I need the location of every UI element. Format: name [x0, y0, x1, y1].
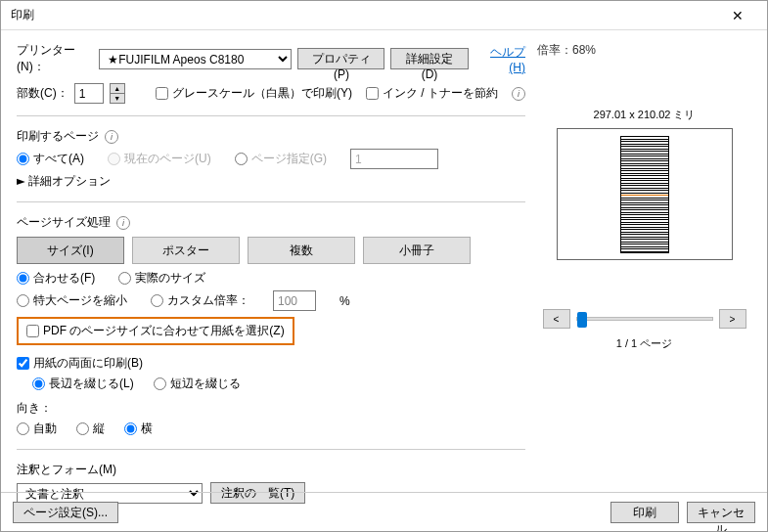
fit-radio[interactable]: 合わせる(F) — [17, 270, 95, 287]
info-icon[interactable]: i — [105, 130, 118, 144]
next-page-button[interactable]: > — [719, 309, 746, 329]
titlebar: 印刷 ✕ — [1, 1, 767, 30]
save-ink-checkbox[interactable]: インク / トナーを節約 — [366, 85, 498, 102]
cancel-button[interactable]: キャンセル — [687, 502, 755, 523]
pdf-paper-checkbox[interactable]: PDF のページサイズに合わせて用紙を選択(Z) — [26, 323, 285, 339]
tab-multi[interactable]: 複数 — [248, 237, 355, 264]
scale-label: 倍率：68% — [537, 42, 751, 59]
orient-auto-radio[interactable]: 自動 — [17, 421, 57, 437]
duplex-checkbox[interactable]: 用紙の両面に印刷(B) — [17, 355, 525, 372]
copies-input[interactable] — [74, 83, 104, 104]
printer-label: プリンター(N)： — [17, 42, 93, 75]
preview-dimensions: 297.01 x 210.02 ミリ — [537, 108, 751, 122]
copies-spinner[interactable]: ▲▼ — [110, 83, 125, 104]
tab-booklet[interactable]: 小冊子 — [363, 237, 471, 264]
sizing-fieldset: ページサイズ処理 i サイズ(I) ポスター 複数 小冊子 合わせる(F) 実際… — [17, 214, 525, 437]
printer-select[interactable]: ★FUJIFILM Apeos C8180 — [99, 49, 292, 69]
pages-range-radio[interactable]: ページ指定(G) — [235, 151, 327, 167]
preview-document — [620, 136, 669, 253]
page-indicator: 1 / 1 ページ — [537, 336, 751, 351]
orient-title: 向き： — [17, 401, 52, 415]
custom-radio[interactable]: カスタム倍率： — [151, 292, 249, 309]
copies-label: 部数(C)： — [17, 85, 68, 102]
pages-all-radio[interactable]: すべて(A) — [17, 151, 84, 167]
sizing-title: ページサイズ処理 — [17, 214, 111, 231]
pages-fieldset: 印刷するページ i すべて(A) 現在のページ(U) ページ指定(G) ▶ 詳細… — [17, 128, 525, 190]
short-edge-radio[interactable]: 短辺を綴じる — [154, 376, 241, 392]
info-icon[interactable]: i — [512, 87, 525, 101]
comments-title: 注釈とフォーム(M) — [17, 462, 525, 478]
pages-title: 印刷するページ — [17, 128, 99, 145]
more-options-toggle[interactable]: ▶ 詳細オプション — [17, 174, 111, 188]
page-slider[interactable] — [576, 317, 713, 321]
page-setup-button[interactable]: ページ設定(S)... — [13, 502, 118, 523]
shrink-radio[interactable]: 特大ページを縮小 — [17, 292, 127, 309]
orient-landscape-radio[interactable]: 横 — [124, 421, 153, 437]
tab-poster[interactable]: ポスター — [132, 237, 240, 264]
close-icon[interactable]: ✕ — [718, 8, 757, 23]
dialog-title: 印刷 — [11, 7, 718, 23]
grayscale-checkbox[interactable]: グレースケール（白黒）で印刷(Y) — [156, 85, 352, 102]
custom-scale-input — [273, 290, 316, 311]
preview-box — [557, 128, 733, 260]
orient-portrait-radio[interactable]: 縦 — [76, 421, 105, 437]
print-button[interactable]: 印刷 — [610, 502, 679, 523]
properties-button[interactable]: プロパティ(P) — [297, 48, 384, 69]
help-link[interactable]: ヘルプ(H) — [480, 44, 525, 74]
info-icon[interactable]: i — [116, 216, 130, 230]
long-edge-radio[interactable]: 長辺を綴じる(L) — [32, 376, 134, 392]
advanced-button[interactable]: 詳細設定(D) — [390, 48, 468, 69]
percent-label: % — [339, 294, 350, 308]
prev-page-button[interactable]: < — [543, 309, 570, 329]
actual-radio[interactable]: 実際のサイズ — [118, 270, 205, 287]
tab-size[interactable]: サイズ(I) — [17, 237, 124, 264]
pages-range-input — [350, 149, 438, 169]
pages-current-radio: 現在のページ(U) — [108, 151, 211, 167]
